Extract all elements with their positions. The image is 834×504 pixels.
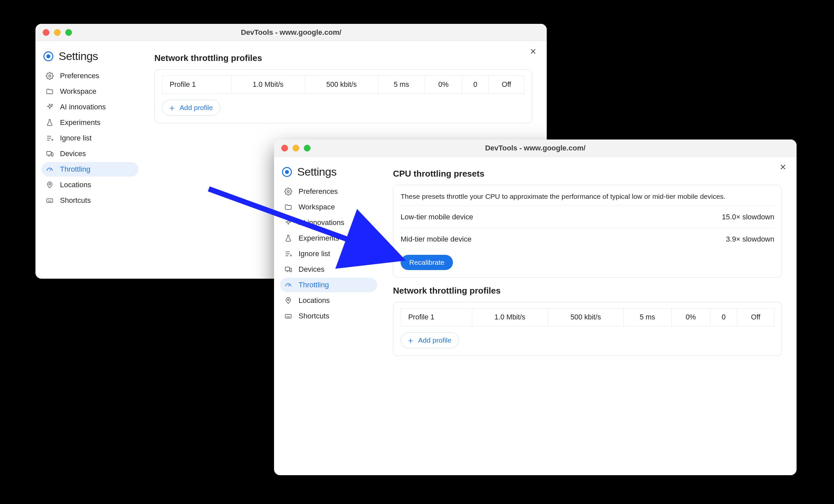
main-panel: CPU throttling presets These presets thr… [382,160,796,475]
sidebar-item-workspace[interactable]: Workspace [280,200,377,214]
minimize-dot[interactable] [54,29,61,36]
close-dot[interactable] [43,29,49,36]
preset-name: Mid-tier mobile device [401,235,471,244]
cell-reordering: Off [488,76,524,94]
cell-name: Profile 1 [162,76,231,94]
sidebar: Settings Preferences Workspace AI innova… [274,160,382,475]
add-profile-button[interactable]: ＋ Add profile [401,332,459,348]
sidebar-item-label: Locations [299,296,330,305]
svg-rect-3 [51,153,53,156]
sidebar-item-label: Devices [299,265,324,274]
cell-download: 1.0 Mbit/s [472,308,548,326]
profiles-table: Profile 1 1.0 Mbit/s 500 kbit/s 5 ms 0% … [401,308,774,326]
sidebar-item-label: Devices [60,150,86,158]
cell-download: 1.0 Mbit/s [231,76,305,94]
map-pin-icon [45,181,54,189]
recalibrate-button[interactable]: Recalibrate [401,255,453,270]
cell-packetloss: 0% [425,76,462,94]
sidebar-item-preferences[interactable]: Preferences [280,184,377,199]
sidebar-item-ignore-list[interactable]: Ignore list [41,131,138,146]
sidebar-item-devices[interactable]: Devices [280,262,377,277]
svg-rect-5 [47,199,53,202]
close-icon[interactable] [777,161,789,173]
sidebar-item-label: Ignore list [299,249,330,258]
settings-heading: Settings [297,166,337,178]
sidebar-item-locations[interactable]: Locations [41,178,138,192]
list-x-icon [45,134,54,143]
sidebar-item-locations[interactable]: Locations [280,293,377,308]
sidebar-item-ignore-list[interactable]: Ignore list [280,246,377,261]
cell-name: Profile 1 [401,308,472,326]
sidebar-item-label: AI innovations [60,103,106,111]
add-profile-label: Add profile [180,104,213,112]
cell-latency: 5 ms [623,308,671,326]
profiles-table: Profile 1 1.0 Mbit/s 500 kbit/s 5 ms 0% … [162,75,525,94]
sidebar-item-shortcuts[interactable]: Shortcuts [280,309,377,323]
close-icon[interactable] [527,46,539,57]
section-heading-cpu: CPU throttling presets [393,169,782,179]
sidebar-item-label: Shortcuts [60,196,91,205]
close-dot[interactable] [281,145,288,151]
plus-icon: ＋ [406,336,415,345]
sidebar-item-ai-innovations[interactable]: AI innovations [280,215,377,230]
gear-icon [284,187,292,196]
table-row[interactable]: Profile 1 1.0 Mbit/s 500 kbit/s 5 ms 0% … [162,76,525,94]
sparkle-icon [45,103,54,111]
svg-point-0 [49,75,51,77]
sidebar-item-label: Throttling [299,281,329,289]
plus-icon: ＋ [168,103,176,112]
traffic-lights [43,29,72,36]
network-profiles-card: Profile 1 1.0 Mbit/s 500 kbit/s 5 ms 0% … [393,302,782,356]
sidebar-item-devices[interactable]: Devices [41,147,138,161]
cell-upload: 500 kbit/s [305,76,378,94]
sidebar-item-shortcuts[interactable]: Shortcuts [41,193,138,208]
map-pin-icon [284,296,292,305]
sidebar-item-experiments[interactable]: Experiments [280,231,377,245]
window-title: DevTools - www.google.com/ [274,144,796,152]
cpu-presets-card: These presets throttle your CPU to appro… [393,185,782,278]
svg-rect-2 [47,151,51,155]
svg-rect-9 [290,268,291,272]
chrome-logo-icon [282,167,292,177]
cell-reordering: Off [737,308,774,326]
sidebar-item-label: Preferences [60,71,100,80]
table-row[interactable]: Profile 1 1.0 Mbit/s 500 kbit/s 5 ms 0% … [401,308,774,326]
svg-point-1 [51,104,52,105]
flask-icon [284,234,292,243]
zoom-dot[interactable] [65,29,72,36]
list-x-icon [284,249,292,258]
sidebar-item-label: AI innovations [299,218,344,227]
add-profile-button[interactable]: ＋ Add profile [162,100,220,116]
settings-heading: Settings [59,50,98,63]
devtools-window-2: DevTools - www.google.com/ Settings Pref… [274,139,796,475]
sidebar-item-label: Workspace [299,203,335,212]
preset-value: 3.9× slowdown [726,235,774,244]
svg-point-10 [288,299,289,301]
cell-packetloss: 0% [671,308,710,326]
preset-row-mid-tier: Mid-tier mobile device 3.9× slowdown [401,228,774,250]
sidebar-item-workspace[interactable]: Workspace [41,84,138,99]
gear-icon [45,71,54,80]
zoom-dot[interactable] [304,145,310,151]
sidebar-item-throttling[interactable]: Throttling [280,278,377,292]
flask-icon [45,118,54,127]
sidebar-item-ai-innovations[interactable]: AI innovations [41,100,138,114]
sidebar-item-preferences[interactable]: Preferences [41,69,138,83]
svg-rect-11 [285,314,291,318]
sidebar-item-label: Experiments [299,234,339,243]
window-title: DevTools - www.google.com/ [36,28,547,37]
minimize-dot[interactable] [292,145,299,151]
sidebar-item-experiments[interactable]: Experiments [41,115,138,130]
svg-rect-8 [285,267,290,271]
titlebar: DevTools - www.google.com/ [36,24,547,41]
preset-name: Low-tier mobile device [401,213,473,221]
preset-value: 15.0× slowdown [722,213,774,221]
sidebar-item-label: Throttling [60,165,90,174]
sidebar-item-label: Shortcuts [299,312,329,321]
keyboard-icon [45,196,54,205]
sidebar-item-throttling[interactable]: Throttling [41,162,138,177]
svg-point-4 [49,183,51,185]
cpu-presets-description: These presets throttle your CPU to appro… [401,191,774,202]
section-heading-network: Network throttling profiles [393,286,782,296]
folder-icon [45,87,54,96]
